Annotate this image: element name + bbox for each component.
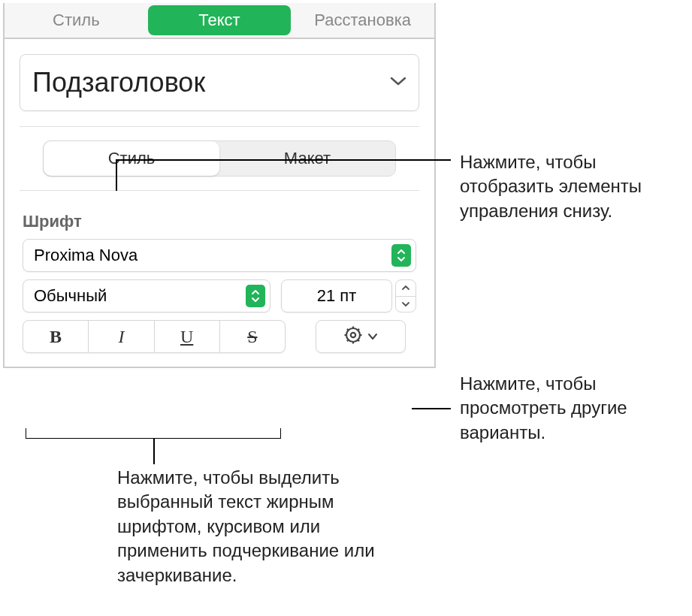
font-family-value: Proxima Nova xyxy=(34,246,137,265)
callout-segmented: Нажмите, чтобы отобразить элементы управ… xyxy=(460,150,692,223)
callout-bius: Нажмите, чтобы выделить выбранный текст … xyxy=(117,466,403,587)
italic-button[interactable]: I xyxy=(88,321,153,352)
bold-button[interactable]: B xyxy=(23,321,88,352)
callout-bracket xyxy=(26,428,281,439)
bius-group: B I U S xyxy=(23,320,286,353)
chevron-down-icon xyxy=(390,76,406,89)
segment-layout[interactable]: Макет xyxy=(219,141,395,176)
svg-line-7 xyxy=(358,340,359,341)
updown-icon xyxy=(391,244,411,267)
typeface-select[interactable]: Обычный xyxy=(23,279,270,313)
svg-line-8 xyxy=(347,340,349,341)
tab-style[interactable]: Стиль xyxy=(5,3,148,38)
chevron-down-icon xyxy=(367,330,378,343)
svg-point-1 xyxy=(351,333,355,337)
underline-button[interactable]: U xyxy=(154,321,219,352)
updown-icon xyxy=(246,285,265,307)
svg-line-9 xyxy=(358,329,359,331)
font-size-field[interactable]: 21 пт xyxy=(281,279,392,313)
divider xyxy=(20,126,419,127)
font-section-label: Шрифт xyxy=(23,212,416,231)
tab-arrange[interactable]: Расстановка xyxy=(291,3,434,38)
svg-line-6 xyxy=(347,329,349,331)
segment-style[interactable]: Стиль xyxy=(44,141,219,176)
stepper-up[interactable] xyxy=(396,280,416,297)
divider xyxy=(20,190,419,191)
paragraph-style-label: Подзаголовок xyxy=(32,67,205,98)
strike-button[interactable]: S xyxy=(219,321,285,352)
callout-line xyxy=(153,439,155,464)
advanced-options-button[interactable] xyxy=(316,320,406,353)
font-size-stepper xyxy=(395,279,416,313)
stepper-down[interactable] xyxy=(396,297,416,313)
paragraph-style-select[interactable]: Подзаголовок xyxy=(20,54,419,111)
typeface-value: Обычный xyxy=(34,286,107,306)
callout-gear: Нажмите, чтобы просмотреть другие вариан… xyxy=(460,372,685,445)
callout-line xyxy=(116,159,451,161)
inspector-tabs: Стиль Текст Расстановка xyxy=(5,3,434,39)
callout-line xyxy=(412,408,451,409)
font-size-value: 21 пт xyxy=(317,286,357,306)
gear-icon xyxy=(343,325,363,348)
tab-text[interactable]: Текст xyxy=(148,5,292,35)
font-family-select[interactable]: Proxima Nova xyxy=(23,239,416,272)
format-inspector-panel: Стиль Текст Расстановка Подзаголовок Сти… xyxy=(3,3,436,368)
style-layout-segmented: Стиль Макет xyxy=(43,140,396,177)
callout-line xyxy=(116,159,117,191)
